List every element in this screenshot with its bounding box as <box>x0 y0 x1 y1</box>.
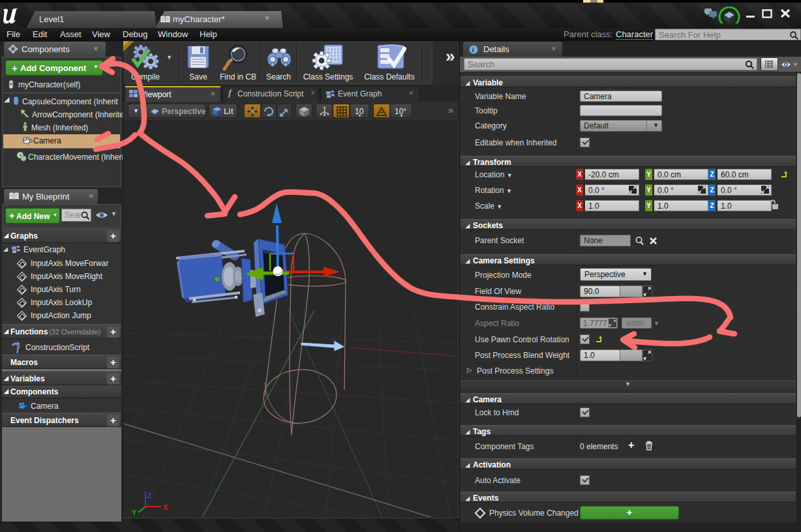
svg-text:f: f <box>16 344 21 353</box>
svg-text:Z: Z <box>147 492 152 499</box>
svg-text:Y: Y <box>132 509 137 516</box>
svg-text:X: X <box>163 503 168 511</box>
